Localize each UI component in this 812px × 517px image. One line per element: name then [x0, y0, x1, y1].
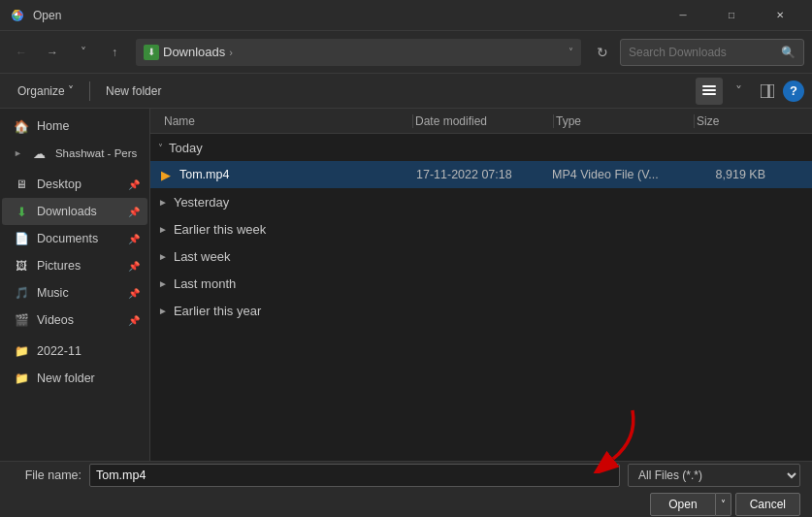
sidebar-label-desktop: Desktop [37, 178, 81, 191]
view-dropdown-button[interactable]: ˅ [725, 78, 752, 105]
col-sep-3 [694, 114, 695, 128]
sidebar-item-pictures[interactable]: 🖼 Pictures 📌 [2, 252, 147, 279]
downloads-pin-icon: 📌 [128, 207, 140, 217]
sidebar-label-2022: 2022-11 [37, 344, 81, 358]
open-button[interactable]: Open [650, 493, 715, 516]
last-month-chevron: ► [158, 278, 168, 289]
group-earlier-week[interactable]: ► Earlier this week [150, 215, 812, 242]
file-type-tom: MP4 Video File (V... [552, 168, 688, 181]
title-bar: Open ─ □ ✕ [0, 0, 812, 31]
pictures-icon: 🖼 [14, 258, 29, 274]
sidebar-label-videos: Videos [37, 313, 74, 327]
group-earlier-year[interactable]: ► Earlier this year [150, 297, 812, 324]
group-last-week-label: Last week [174, 249, 231, 264]
sidebar-item-newfolder[interactable]: 📁 New folder [2, 365, 147, 392]
search-box[interactable]: 🔍 [620, 39, 804, 66]
file-date-tom: 17-11-2022 07:18 [416, 168, 552, 181]
sidebar-item-videos[interactable]: 🎬 Videos 📌 [2, 307, 147, 334]
file-row-tom[interactable]: ▶ Tom.mp4 17-11-2022 07:18 MP4 Video Fil… [150, 161, 812, 188]
open-dropdown-button[interactable]: ˅ [716, 493, 731, 516]
col-header-date[interactable]: Date modified [415, 114, 551, 128]
sidebar-label-documents: Documents [37, 232, 98, 245]
help-button[interactable]: ? [783, 81, 804, 102]
close-button[interactable]: ✕ [758, 0, 802, 31]
sidebar-label-music: Music [37, 286, 69, 300]
sidebar-item-desktop[interactable]: 🖥 Desktop 📌 [2, 171, 147, 198]
file-size-tom: 8,919 KB [688, 168, 765, 181]
main-layout: 🏠 Home ► ☁ Shashwat - Pers 🖥 Desktop 📌 ⬇… [0, 109, 812, 461]
sidebar-label-newfolder: New folder [37, 372, 95, 385]
group-yesterday-label: Yesterday [174, 195, 229, 210]
view-controls: ˅ ? [696, 78, 804, 105]
new-folder-button[interactable]: New folder [96, 79, 171, 104]
pictures-pin-icon: 📌 [128, 261, 140, 272]
up-button[interactable]: ↑ [101, 39, 128, 66]
buttons-row: Open ˅ Cancel [12, 493, 800, 516]
sidebar: 🏠 Home ► ☁ Shashwat - Pers 🖥 Desktop 📌 ⬇… [0, 109, 150, 461]
open-button-group: Open ˅ [650, 493, 731, 516]
sidebar-label-pictures: Pictures [37, 259, 81, 273]
folder-new-icon: 📁 [14, 371, 29, 386]
videos-icon: 🎬 [14, 312, 29, 328]
list-view-button[interactable] [696, 78, 723, 105]
group-last-week[interactable]: ► Last week [150, 242, 812, 270]
today-chevron: ˅ [158, 143, 163, 153]
window-title: Open [33, 9, 661, 22]
breadcrumb-dropdown-icon[interactable]: ˅ [568, 47, 573, 57]
last-week-chevron: ► [158, 251, 168, 262]
group-today[interactable]: ˅ Today [150, 134, 812, 161]
window-controls: ─ □ ✕ [661, 0, 802, 31]
col-header-size[interactable]: Size [697, 114, 774, 128]
column-headers: Name Date modified Type Size [150, 109, 812, 134]
address-bar[interactable]: ⬇ Downloads › ˅ [136, 39, 581, 66]
action-bar: Organize ˅ New folder ˅ ? [0, 74, 812, 109]
organize-button[interactable]: Organize ˅ [8, 79, 83, 104]
navigation-toolbar: ← → ˅ ↑ ⬇ Downloads › ˅ ↻ 🔍 [0, 31, 812, 74]
mp4-icon: ▶ [158, 167, 174, 182]
documents-pin-icon: 📌 [128, 234, 140, 244]
yesterday-chevron: ► [158, 197, 168, 208]
filetype-select[interactable]: All Files (*.*) MP4 Files (*.mp4) [628, 464, 800, 487]
sidebar-item-music[interactable]: 🎵 Music 📌 [2, 279, 147, 307]
svg-rect-2 [702, 85, 716, 87]
preview-pane-button[interactable] [754, 78, 781, 105]
cloud-icon: ☁ [32, 145, 48, 161]
col-sep-1 [412, 114, 413, 128]
maximize-button[interactable]: □ [709, 0, 754, 31]
sidebar-item-2022[interactable]: 📁 2022-11 [2, 338, 147, 365]
minimize-button[interactable]: ─ [661, 0, 705, 31]
back-button[interactable]: ← [8, 39, 35, 66]
sidebar-item-downloads[interactable]: ⬇ Downloads 📌 [2, 198, 147, 225]
chrome-icon [10, 8, 25, 23]
breadcrumb-separator: › [229, 47, 233, 58]
col-header-name[interactable]: Name [158, 114, 410, 128]
file-name-tom: Tom.mp4 [179, 168, 416, 181]
svg-rect-4 [702, 93, 716, 95]
group-last-month-label: Last month [174, 276, 236, 291]
sidebar-item-home[interactable]: 🏠 Home [2, 113, 147, 140]
group-yesterday[interactable]: ► Yesterday [150, 188, 812, 215]
breadcrumb-path: Downloads [163, 45, 225, 59]
sidebar-label-home: Home [37, 119, 69, 133]
col-sep-2 [553, 114, 554, 128]
group-last-month[interactable]: ► Last month [150, 270, 812, 297]
home-icon: 🏠 [14, 118, 29, 134]
sidebar-item-cloud[interactable]: ► ☁ Shashwat - Pers [2, 140, 147, 167]
group-earlier-week-label: Earlier this week [174, 222, 266, 237]
cancel-button[interactable]: Cancel [735, 493, 800, 516]
earlier-year-chevron: ► [158, 306, 168, 316]
bottom-bar: File name: All Files (*.*) MP4 Files (*.… [0, 461, 812, 517]
filename-input[interactable] [89, 464, 620, 487]
search-input[interactable] [629, 46, 775, 59]
separator [89, 81, 90, 101]
sidebar-item-documents[interactable]: 📄 Documents 📌 [2, 225, 147, 252]
filename-label: File name: [12, 469, 81, 482]
desktop-pin-icon: 📌 [128, 179, 140, 190]
expand-icon: ► [14, 148, 22, 158]
file-list: Name Date modified Type Size ˅ Today ▶ T… [150, 109, 812, 461]
forward-button[interactable]: → [39, 39, 66, 66]
dropdown-button[interactable]: ˅ [70, 39, 97, 66]
col-header-type[interactable]: Type [556, 114, 692, 128]
refresh-button[interactable]: ↻ [589, 39, 616, 66]
music-pin-icon: 📌 [128, 288, 140, 299]
